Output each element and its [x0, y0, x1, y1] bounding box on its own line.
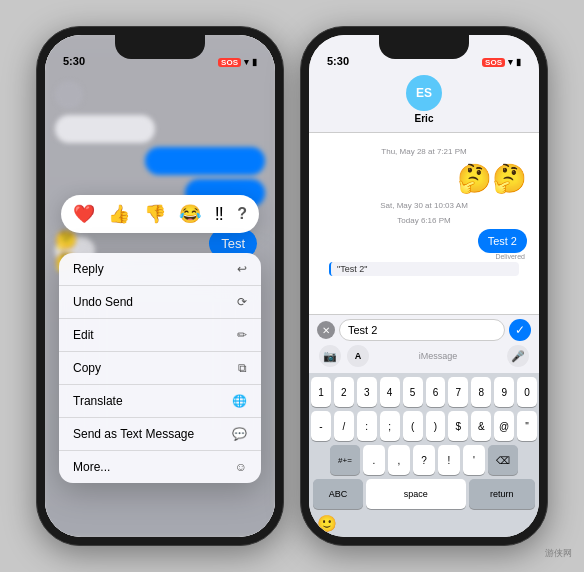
key-6[interactable]: 6 — [426, 377, 446, 407]
edit-icon: ✏ — [237, 328, 247, 342]
audio-button[interactable]: 🎤 — [507, 345, 529, 367]
key-amp[interactable]: & — [471, 411, 491, 441]
apps-button[interactable]: A — [347, 345, 369, 367]
key-comma[interactable]: , — [388, 445, 410, 475]
key-dash[interactable]: - — [311, 411, 331, 441]
key-5[interactable]: 5 — [403, 377, 423, 407]
key-space[interactable]: space — [366, 479, 466, 509]
sos-badge-1: SOS — [218, 58, 241, 67]
menu-label-reply: Reply — [73, 262, 104, 276]
key-lparen[interactable]: ( — [403, 411, 423, 441]
menu-label-undo: Undo Send — [73, 295, 133, 309]
camera-button[interactable]: 📷 — [319, 345, 341, 367]
menu-item-translate[interactable]: Translate 🌐 — [59, 385, 261, 418]
key-4[interactable]: 4 — [380, 377, 400, 407]
key-0[interactable]: 0 — [517, 377, 537, 407]
emoji-keyboard-icon[interactable]: 🙂 — [317, 514, 337, 533]
key-dollar[interactable]: $ — [448, 411, 468, 441]
key-return[interactable]: return — [469, 479, 535, 509]
status-icons-1: SOS ▾ ▮ — [218, 57, 257, 67]
today-label: Today 6:16 PM — [321, 216, 527, 225]
menu-label-more: More... — [73, 460, 110, 474]
key-rparen[interactable]: ) — [426, 411, 446, 441]
chat-date-2: Sat, May 30 at 10:03 AM — [321, 201, 527, 210]
watermark: 游侠网 — [545, 547, 572, 560]
blur-bubble-l1 — [55, 115, 265, 143]
message-input[interactable]: Test 2 — [339, 319, 505, 341]
delete-key[interactable]: ⌫ — [488, 445, 518, 475]
more-icon: ☺ — [235, 460, 247, 474]
sos-badge-2: SOS — [482, 58, 505, 67]
blur-avatar — [55, 81, 83, 109]
send-button[interactable]: ✓ — [509, 319, 531, 341]
chat-date-1: Thu, May 28 at 7:21 PM — [321, 147, 527, 156]
key-9[interactable]: 9 — [494, 377, 514, 407]
translate-icon: 🌐 — [232, 394, 247, 408]
key-semicolon[interactable]: ; — [380, 411, 400, 441]
key-exclaim[interactable]: ! — [438, 445, 460, 475]
chat-area: Thu, May 28 at 7:21 PM 🤔🤔 Sat, May 30 at… — [309, 133, 539, 314]
wifi-icon: ▾ — [244, 57, 249, 67]
key-2[interactable]: 2 — [334, 377, 354, 407]
key-1[interactable]: 1 — [311, 377, 331, 407]
reaction-question[interactable]: ? — [237, 205, 247, 223]
menu-label-translate: Translate — [73, 394, 123, 408]
key-question[interactable]: ? — [413, 445, 435, 475]
phone-2-bg: 5:30 SOS ▾ ▮ ES Eric Thu, May 28 at 7:21… — [309, 35, 539, 537]
menu-item-sms[interactable]: Send as Text Message 💬 — [59, 418, 261, 451]
menu-item-reply[interactable]: Reply ↩ — [59, 253, 261, 286]
menu-label-sms: Send as Text Message — [73, 427, 194, 441]
imessage-label: iMessage — [375, 345, 501, 367]
menu-item-edit[interactable]: Edit ✏ — [59, 319, 261, 352]
undo-icon: ⟳ — [237, 295, 247, 309]
reaction-thumbsdown[interactable]: 👎 — [144, 203, 166, 225]
key-quote[interactable]: " — [517, 411, 537, 441]
status-icons-2: SOS ▾ ▮ — [482, 57, 521, 67]
battery-icon-2: ▮ — [516, 57, 521, 67]
contact-header: ES Eric — [309, 71, 539, 133]
sent-bubble-text: Test 2 — [488, 235, 517, 247]
time-1: 5:30 — [63, 55, 85, 67]
menu-item-copy[interactable]: Copy ⧉ — [59, 352, 261, 385]
battery-icon: ▮ — [252, 57, 257, 67]
bubble-l1 — [55, 115, 155, 143]
time-2: 5:30 — [327, 55, 349, 67]
sent-bubble-row: Test 2 — [321, 229, 527, 253]
cancel-button[interactable]: ✕ — [317, 321, 335, 339]
menu-label-copy: Copy — [73, 361, 101, 375]
notch-2 — [379, 35, 469, 59]
key-abc[interactable]: ABC — [313, 479, 363, 509]
kb-row-more: #+= . , ? ! ' ⌫ — [311, 445, 537, 475]
reaction-heart[interactable]: ❤️ — [73, 203, 95, 225]
key-colon[interactable]: : — [357, 411, 377, 441]
key-apostrophe[interactable]: ' — [463, 445, 485, 475]
copy-icon: ⧉ — [238, 361, 247, 375]
phone-2-screen: 5:30 SOS ▾ ▮ ES Eric Thu, May 28 at 7:21… — [309, 35, 539, 537]
key-3[interactable]: 3 — [357, 377, 377, 407]
kb-emoji-row: 🙂 — [311, 511, 537, 535]
bubble-r1 — [145, 147, 265, 175]
contact-avatar: ES — [406, 75, 442, 111]
reaction-haha[interactable]: 😂 — [179, 203, 201, 225]
key-dot[interactable]: . — [363, 445, 385, 475]
key-slash[interactable]: / — [334, 411, 354, 441]
abc-label: ABC — [329, 489, 348, 499]
phone-2: 5:30 SOS ▾ ▮ ES Eric Thu, May 28 at 7:21… — [300, 26, 548, 546]
delivered-label: Delivered — [321, 253, 527, 260]
phone-1-screen: 5:30 SOS ▾ ▮ — [45, 35, 275, 537]
kb-row-numbers: 1 2 3 4 5 6 7 8 9 0 — [311, 377, 537, 407]
blur-bubble-r1 — [55, 147, 265, 175]
key-7[interactable]: 7 — [448, 377, 468, 407]
sent-bubble: Test 2 — [478, 229, 527, 253]
reaction-thumbsup[interactable]: 👍 — [108, 203, 130, 225]
reaction-exclaim[interactable]: ‼️ — [215, 204, 224, 225]
contact-initials: ES — [416, 86, 432, 100]
wifi-icon-2: ▾ — [508, 57, 513, 67]
status-bar-1: 5:30 SOS ▾ ▮ — [45, 35, 275, 71]
key-at[interactable]: @ — [494, 411, 514, 441]
menu-item-more[interactable]: More... ☺ — [59, 451, 261, 483]
emoji-reaction-row[interactable]: ❤️ 👍 👎 😂 ‼️ ? — [61, 195, 259, 233]
key-8[interactable]: 8 — [471, 377, 491, 407]
key-hashplus[interactable]: #+= — [330, 445, 360, 475]
menu-item-undo[interactable]: Undo Send ⟳ — [59, 286, 261, 319]
